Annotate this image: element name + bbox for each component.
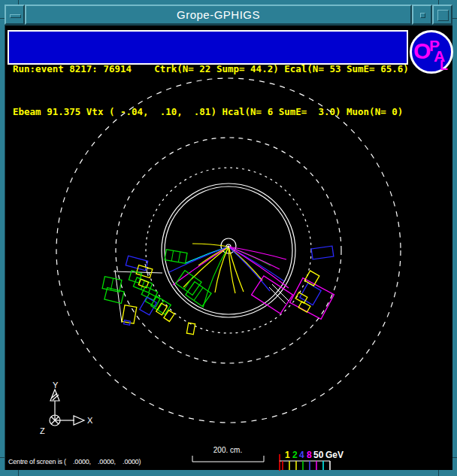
titlebar[interactable]: Grope-GPHIGS <box>5 5 452 25</box>
frame-mark <box>452 18 457 19</box>
energy-legend-labels: 124850GeV <box>285 450 344 460</box>
event-graphics <box>56 78 401 423</box>
window-title: Grope-GPHIGS <box>177 8 260 21</box>
svg-text:GeV: GeV <box>325 450 344 460</box>
window-menu-icon <box>10 14 21 18</box>
window-menu-button[interactable] <box>5 5 25 25</box>
status-text: Centre of screen is ( .0000, .0000, .000… <box>8 458 141 465</box>
display-canvas[interactable]: Run:event 8217: 76914 Ctrk(N= 22 Sump= 4… <box>5 25 452 470</box>
minimize-button[interactable] <box>412 5 432 25</box>
axis-label-z: Z <box>40 426 45 435</box>
scale-bar: 200. cm. <box>192 446 264 462</box>
scale-label: 200. cm. <box>213 446 242 454</box>
minimize-icon <box>420 13 425 18</box>
axis-label-y: Y <box>53 380 59 390</box>
svg-text:1: 1 <box>285 450 290 460</box>
energy-legend-comb <box>283 461 330 470</box>
svg-text:8: 8 <box>307 450 312 460</box>
grope-gphigs-window: Grope-GPHIGS Run:event 8217: 76914 Ctrk(… <box>0 0 457 476</box>
maximize-icon <box>437 10 449 21</box>
svg-text:4: 4 <box>299 450 304 460</box>
maximize-button[interactable] <box>432 5 452 25</box>
title-text: Grope-GPHIGS <box>25 5 412 25</box>
energy-legend: 124850GeV <box>280 450 344 471</box>
axis-label-x: X <box>87 416 93 425</box>
frame-mark <box>438 470 439 476</box>
axis-indicator: Y X Z <box>40 380 93 435</box>
event-display[interactable]: Y X Z 200. cm. 124850GeV <box>5 26 453 471</box>
frame-mark <box>18 470 19 476</box>
svg-text:50: 50 <box>313 450 324 460</box>
svg-text:2: 2 <box>292 450 298 460</box>
